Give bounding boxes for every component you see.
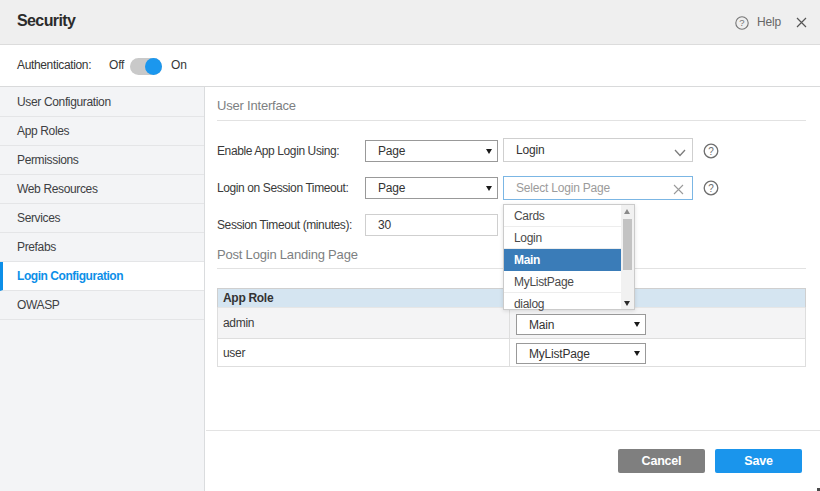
svg-text:?: ? bbox=[708, 183, 714, 194]
svg-text:?: ? bbox=[739, 17, 744, 28]
svg-text:?: ? bbox=[708, 146, 714, 157]
